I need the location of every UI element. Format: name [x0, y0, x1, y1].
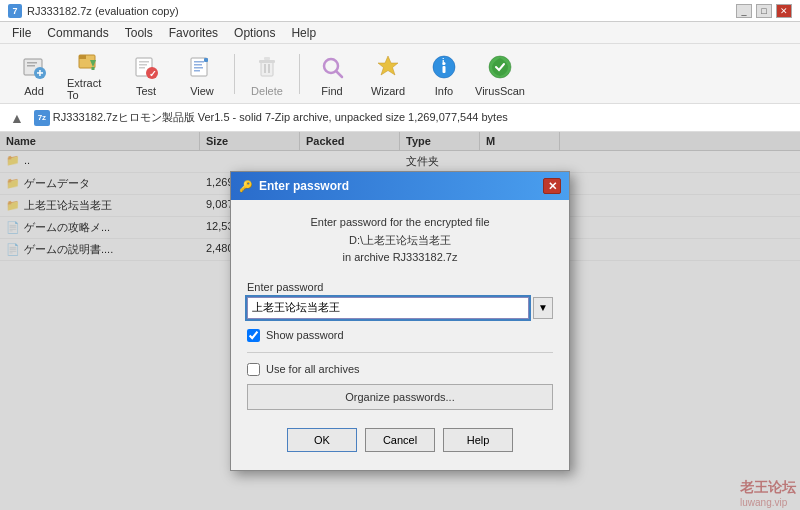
add-label: Add [24, 85, 44, 97]
info-label: Info [435, 85, 453, 97]
virusscan-icon [484, 51, 516, 83]
dialog-info-line3: in archive RJ333182.7z [343, 251, 458, 263]
dialog-title-icon: 🔑 [239, 180, 253, 193]
menu-tools[interactable]: Tools [117, 24, 161, 42]
show-password-row: Show password [247, 329, 553, 342]
add-icon [18, 51, 50, 83]
dialog-content: Enter password for the encrypted file D:… [231, 200, 569, 470]
test-icon: ✓ [130, 51, 162, 83]
virusscan-label: VirusScan [475, 85, 525, 97]
password-dropdown[interactable]: ▼ [533, 297, 553, 319]
svg-rect-22 [261, 62, 273, 76]
svg-rect-11 [139, 61, 149, 63]
delete-icon [251, 51, 283, 83]
app-icon: 7 [8, 4, 22, 18]
menu-favorites[interactable]: Favorites [161, 24, 226, 42]
password-input[interactable] [247, 297, 529, 319]
info-icon: i [428, 51, 460, 83]
toolbar-info[interactable]: i Info [418, 48, 470, 100]
dialog-separator [247, 352, 553, 353]
svg-rect-23 [259, 60, 275, 63]
svg-rect-19 [194, 67, 203, 69]
main-content: Name Size Packed Type M 📁.. 文件夹 📁ゲームデータ … [0, 132, 800, 510]
toolbar-extract[interactable]: Extract To [64, 48, 116, 100]
dialog-info-line2: D:\上老王论坛当老王 [349, 234, 451, 246]
toolbar-sep1 [234, 54, 235, 94]
dialog-title-bar: 🔑 Enter password ✕ [231, 172, 569, 200]
menu-help[interactable]: Help [283, 24, 324, 42]
view-icon [186, 51, 218, 83]
cancel-button[interactable]: Cancel [365, 428, 435, 452]
maximize-button[interactable]: □ [756, 4, 772, 18]
toolbar: Add Extract To ✓ Test [0, 44, 800, 104]
menu-commands[interactable]: Commands [39, 24, 116, 42]
archive-icon: 7z [34, 110, 50, 126]
dialog-info-line1: Enter password for the encrypted file [310, 216, 489, 228]
svg-rect-21 [204, 58, 208, 62]
svg-marker-29 [378, 56, 398, 75]
svg-rect-9 [92, 67, 95, 70]
toolbar-view[interactable]: View [176, 48, 228, 100]
dialog-close-button[interactable]: ✕ [543, 178, 561, 194]
menu-options[interactable]: Options [226, 24, 283, 42]
find-icon [316, 51, 348, 83]
svg-rect-5 [39, 70, 41, 76]
delete-label: Delete [251, 85, 283, 97]
ok-button[interactable]: OK [287, 428, 357, 452]
password-dialog: 🔑 Enter password ✕ Enter password for th… [230, 171, 570, 471]
use-for-all-label[interactable]: Use for all archives [266, 363, 360, 375]
toolbar-test[interactable]: ✓ Test [120, 48, 172, 100]
toolbar-virusscan[interactable]: VirusScan [474, 48, 526, 100]
svg-rect-18 [194, 64, 202, 66]
svg-rect-13 [139, 67, 145, 69]
password-label: Enter password [247, 281, 553, 293]
modal-overlay: 🔑 Enter password ✕ Enter password for th… [0, 132, 800, 510]
svg-text:i: i [442, 57, 445, 67]
help-button[interactable]: Help [443, 428, 513, 452]
svg-text:✓: ✓ [149, 69, 157, 79]
toolbar-wizard[interactable]: Wizard [362, 48, 414, 100]
svg-point-33 [443, 62, 446, 65]
view-label: View [190, 85, 214, 97]
svg-rect-25 [264, 64, 266, 73]
test-label: Test [136, 85, 156, 97]
use-for-all-checkbox[interactable] [247, 363, 260, 376]
find-label: Find [321, 85, 342, 97]
svg-rect-2 [27, 65, 35, 67]
wizard-label: Wizard [371, 85, 405, 97]
show-password-label[interactable]: Show password [266, 329, 344, 341]
use-for-all-row: Use for all archives [247, 363, 553, 376]
toolbar-delete[interactable]: Delete [241, 48, 293, 100]
wizard-icon [372, 51, 404, 83]
svg-rect-20 [194, 70, 200, 72]
dialog-info: Enter password for the encrypted file D:… [247, 214, 553, 267]
svg-rect-12 [139, 64, 147, 66]
password-input-row: ▼ [247, 297, 553, 319]
menu-file[interactable]: File [4, 24, 39, 42]
dialog-footer: OK Cancel Help [247, 420, 553, 456]
window-controls: _ □ ✕ [736, 4, 792, 18]
svg-rect-24 [264, 57, 270, 60]
organize-passwords-button[interactable]: Organize passwords... [247, 384, 553, 410]
dialog-title-text: Enter password [259, 179, 349, 193]
show-password-checkbox[interactable] [247, 329, 260, 342]
extract-icon [74, 47, 106, 75]
organize-btn-row: Organize passwords... [247, 384, 553, 410]
minimize-button[interactable]: _ [736, 4, 752, 18]
address-path: RJ333182.7zヒロモン製品版 Ver1.5 - solid 7-Zip … [53, 110, 508, 125]
extract-label: Extract To [67, 77, 113, 101]
svg-rect-17 [194, 61, 204, 63]
svg-rect-26 [268, 64, 270, 73]
toolbar-add[interactable]: Add [8, 48, 60, 100]
close-button[interactable]: ✕ [776, 4, 792, 18]
title-bar: 7 RJ333182.7z (evaluation copy) _ □ ✕ [0, 0, 800, 22]
svg-line-28 [336, 71, 342, 77]
nav-up[interactable]: ▲ [6, 110, 28, 126]
title-text: RJ333182.7z (evaluation copy) [27, 5, 179, 17]
svg-rect-7 [79, 55, 86, 59]
toolbar-find[interactable]: Find [306, 48, 358, 100]
menu-bar: File Commands Tools Favorites Options He… [0, 22, 800, 44]
svg-rect-1 [27, 62, 37, 64]
address-bar: ▲ 7z RJ333182.7zヒロモン製品版 Ver1.5 - solid 7… [0, 104, 800, 132]
svg-rect-32 [443, 66, 446, 73]
